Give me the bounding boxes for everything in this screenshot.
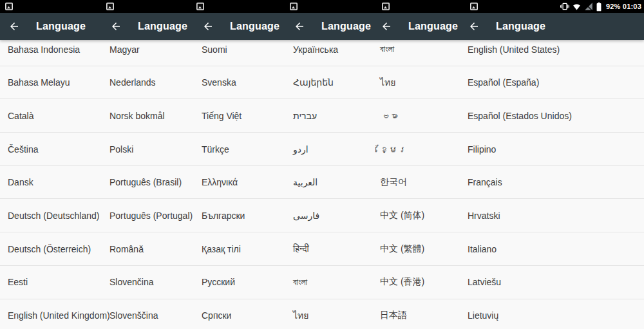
status-bar-right-cluster: 92% 01:03 [560, 0, 641, 13]
language-option[interactable]: বাংলা [293, 266, 307, 299]
language-option[interactable]: Italiano [468, 232, 497, 265]
language-option[interactable]: Latviešu [468, 266, 501, 299]
language-option[interactable]: Català [8, 99, 33, 132]
language-option[interactable]: Español (Estados Unidos) [468, 99, 572, 132]
language-option[interactable]: العربية [293, 166, 317, 199]
battery-percent-and-clock: 92% 01:03 [605, 3, 641, 10]
language-option[interactable]: Svenska [202, 66, 236, 99]
language-option[interactable]: Српски [202, 299, 231, 329]
table-row: Bahasa Indonesia Magyar Suomi Українська… [0, 40, 644, 66]
language-option[interactable]: Suomi [202, 40, 227, 66]
language-option[interactable]: Hrvatski [468, 199, 500, 232]
page-title: Language [230, 13, 279, 40]
language-option[interactable]: Українська [293, 40, 338, 66]
language-option[interactable]: ខ្មែរ [380, 133, 407, 165]
language-option[interactable]: עברית [293, 99, 317, 132]
page-title: Language [321, 13, 371, 40]
language-option[interactable]: Română [109, 232, 144, 265]
page-title: Language [138, 13, 187, 40]
language-option[interactable]: English (United States) [468, 40, 560, 66]
back-arrow-icon[interactable] [468, 21, 480, 32]
language-option[interactable]: 日本語 [380, 299, 407, 329]
language-option[interactable]: Slovenčina [109, 266, 154, 299]
language-option[interactable]: فارسی [293, 199, 319, 232]
language-option[interactable]: Русский [202, 266, 235, 299]
toolbar: Language Language Language Language Lang… [0, 13, 644, 40]
page-title: Language [408, 13, 458, 40]
screenshot-notification-icon [106, 3, 114, 10]
table-row: Čeština Polski Türkçe اردو ខ្មែរ Filipin… [0, 133, 644, 166]
language-option[interactable]: Bahasa Melayu [8, 66, 70, 99]
language-option[interactable]: Eesti [8, 266, 28, 299]
language-option[interactable]: ไทย [293, 299, 308, 329]
no-signal-icon [584, 2, 593, 11]
battery-icon [596, 2, 602, 12]
back-arrow-icon[interactable] [8, 21, 20, 32]
language-list-inner: Bahasa Indonesia Magyar Suomi Українська… [0, 40, 644, 329]
language-option[interactable]: Ελληνικά [202, 166, 238, 199]
page-title: Language [496, 13, 545, 40]
table-row: Deutsch (Österreich) Română Қазақ тілі ह… [0, 232, 644, 266]
page-title: Language [36, 13, 86, 40]
language-option[interactable]: Lietuvių [468, 299, 498, 329]
language-option[interactable]: Slovenščina [109, 299, 158, 329]
table-row: Deutsch (Deutschland) Português (Portuga… [0, 199, 644, 232]
language-option[interactable]: 中文 (香港) [380, 266, 424, 299]
table-row: Català Norsk bokmål Tiếng Việt עברית ဗမာ… [0, 99, 644, 133]
language-option[interactable]: اردو [293, 133, 308, 165]
language-list: Bahasa Indonesia Magyar Suomi Українська… [0, 40, 644, 329]
status-bar: 92% 01:03 [0, 0, 644, 13]
back-arrow-icon[interactable] [110, 21, 122, 32]
language-option[interactable]: Nederlands [109, 66, 156, 99]
language-option[interactable]: Español (España) [468, 66, 539, 99]
screenshot-notification-icon [470, 3, 478, 10]
screenshot-notification-icon [196, 3, 204, 10]
wifi-icon [572, 3, 582, 11]
language-option[interactable]: हिन्दी [293, 232, 309, 265]
language-option[interactable]: 한국어 [380, 166, 407, 199]
language-option[interactable]: Български [202, 199, 245, 232]
language-option[interactable]: Հայերեն [293, 66, 334, 99]
table-row: Bahasa Melayu Nederlands Svenska Հայերեն… [0, 66, 644, 100]
language-option[interactable]: Čeština [8, 133, 38, 165]
language-option[interactable]: Dansk [8, 166, 33, 199]
language-option[interactable]: Magyar [109, 40, 140, 66]
table-row: English (United Kingdom) Slovenščina Срп… [0, 299, 644, 329]
language-option[interactable]: Français [468, 166, 502, 199]
vibrate-icon [560, 2, 569, 11]
language-option[interactable]: ဗမာ [380, 99, 398, 132]
language-option[interactable]: Tiếng Việt [202, 99, 242, 132]
language-option[interactable]: Bahasa Indonesia [8, 40, 80, 66]
language-option[interactable]: বাংলা [380, 40, 394, 66]
back-arrow-icon[interactable] [202, 21, 214, 32]
language-option[interactable]: 中文 (繁體) [380, 232, 424, 265]
language-option[interactable]: Deutsch (Deutschland) [8, 199, 99, 232]
language-option[interactable]: Português (Brasil) [109, 166, 182, 199]
language-option[interactable]: Filipino [468, 133, 496, 165]
language-option[interactable]: English (United Kingdom) [8, 299, 110, 329]
language-option[interactable]: Português (Portugal) [109, 199, 193, 232]
language-option[interactable]: ไทย [380, 66, 395, 99]
language-settings-screen: 92% 01:03 Language Language Language Lan… [0, 0, 644, 329]
language-option[interactable]: Polski [109, 133, 133, 165]
table-row: Dansk Português (Brasil) Ελληνικά العربي… [0, 166, 644, 200]
back-arrow-icon[interactable] [294, 21, 305, 32]
screenshot-notification-icon [5, 3, 13, 10]
language-option[interactable]: Türkçe [202, 133, 229, 165]
language-option[interactable]: Norsk bokmål [109, 99, 165, 132]
back-arrow-icon[interactable] [381, 21, 392, 32]
screenshot-notification-icon [382, 3, 390, 10]
table-row: Eesti Slovenčina Русский বাংলা 中文 (香港) L… [0, 266, 644, 299]
language-option[interactable]: Deutsch (Österreich) [8, 232, 91, 265]
language-option[interactable]: 中文 (简体) [380, 199, 424, 232]
screenshot-notification-icon [290, 3, 298, 10]
language-option[interactable]: Қазақ тілі [202, 232, 241, 265]
